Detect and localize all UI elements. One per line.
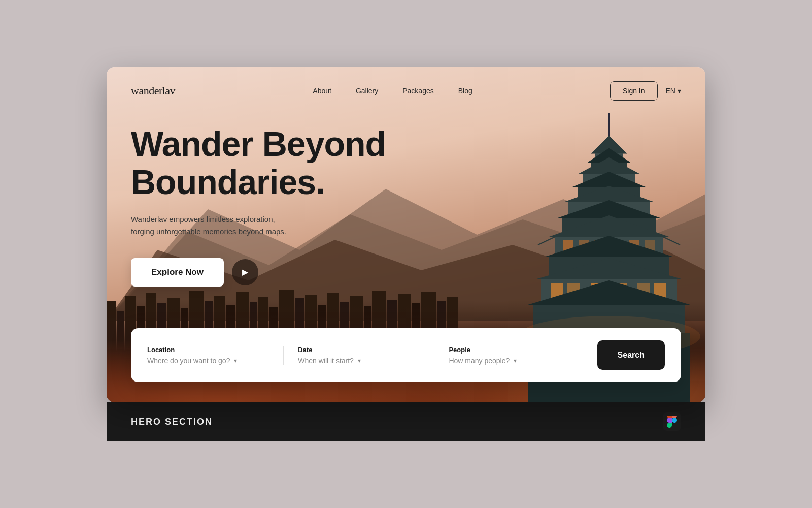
nav-link-gallery[interactable]: Gallery [356, 87, 378, 95]
logo[interactable]: wanderlav [131, 84, 175, 98]
figma-icon [663, 412, 681, 431]
hero-title-line2: Boundaries. [131, 163, 325, 201]
search-bar: Location Where do you want to go? ▾ Date… [131, 328, 681, 382]
date-field: Date When will it start? ▾ [283, 346, 434, 365]
people-placeholder: How many people? [449, 357, 510, 365]
date-placeholder: When will it start? [298, 357, 354, 365]
hero-subtitle: Wanderlav empowers limitless exploration… [131, 213, 303, 238]
chevron-down-icon: ▾ [358, 357, 361, 364]
location-label: Location [147, 346, 269, 354]
location-dropdown[interactable]: Where do you want to go? ▾ [147, 357, 269, 365]
play-video-button[interactable]: ▶ [232, 259, 258, 285]
nav-actions: Sign In EN ▾ [610, 81, 681, 101]
nav-link-about[interactable]: About [313, 87, 331, 95]
people-label: People [449, 346, 570, 354]
people-dropdown[interactable]: How many people? ▾ [449, 357, 570, 365]
people-field: People How many people? ▾ [434, 346, 585, 365]
section-label: HERO SECTION [131, 417, 213, 427]
hero-section: wanderlav About Gallery Packages Blog Si… [107, 67, 705, 402]
date-dropdown[interactable]: When will it start? ▾ [298, 357, 420, 365]
hero-title-line1: Wander Beyond [131, 124, 386, 163]
play-icon: ▶ [242, 267, 248, 277]
date-label: Date [298, 346, 420, 354]
nav-link-blog[interactable]: Blog [458, 87, 472, 95]
hero-title: Wander Beyond Boundaries. [131, 125, 395, 201]
search-button[interactable]: Search [597, 340, 665, 370]
location-field: Location Where do you want to go? ▾ [147, 346, 283, 365]
bottom-bar: HERO SECTION [107, 402, 705, 441]
navbar: wanderlav About Gallery Packages Blog Si… [107, 67, 705, 115]
hero-actions: Explore Now ▶ [131, 258, 681, 287]
hero-content: Wander Beyond Boundaries. Wanderlav empo… [107, 115, 705, 287]
nav-links: About Gallery Packages Blog [313, 87, 472, 95]
chevron-down-icon: ▾ [234, 357, 237, 364]
nav-link-packages[interactable]: Packages [402, 87, 433, 95]
language-label: EN [666, 87, 675, 95]
language-selector[interactable]: EN ▾ [666, 87, 681, 95]
chevron-down-icon: ▾ [678, 87, 681, 95]
chevron-down-icon: ▾ [514, 357, 517, 364]
location-placeholder: Where do you want to go? [147, 357, 230, 365]
sign-in-button[interactable]: Sign In [610, 81, 658, 101]
explore-now-button[interactable]: Explore Now [131, 258, 224, 287]
